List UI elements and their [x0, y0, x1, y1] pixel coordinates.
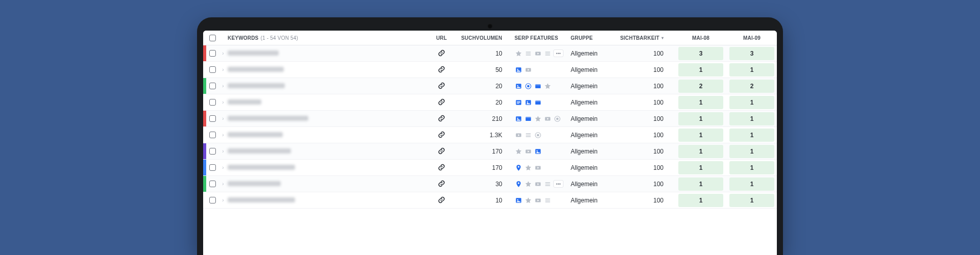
image-icon	[514, 196, 522, 204]
star-icon	[534, 115, 542, 122]
serp-features	[514, 164, 571, 171]
row-expand-caret[interactable]: ›	[218, 50, 228, 56]
url-link-icon[interactable]	[436, 195, 447, 205]
select-all-checkbox[interactable]	[209, 35, 216, 41]
row-expand-caret[interactable]: ›	[218, 197, 228, 203]
column-header-group[interactable]: GRUPPE	[571, 35, 612, 41]
target-icon	[553, 115, 561, 122]
row-expand-caret[interactable]: ›	[218, 67, 228, 72]
row-checkbox[interactable]	[209, 66, 216, 73]
rank-b-value: 2	[729, 80, 774, 93]
url-link-icon[interactable]	[436, 97, 447, 107]
visibility-value: 100	[612, 99, 676, 106]
serp-features	[514, 196, 571, 204]
column-header-features[interactable]: SERP FEATURES	[514, 35, 571, 41]
column-header-keywords-range: (1 - 54 VON 54)	[261, 35, 299, 41]
row-checkbox[interactable]	[209, 83, 216, 89]
chevron-down-icon: ▾	[662, 36, 664, 40]
row-checkbox[interactable]	[209, 181, 216, 187]
list-icon	[544, 196, 551, 204]
video-icon	[524, 66, 532, 73]
column-header-visibility[interactable]: SICHTBARKEIT ▾	[612, 35, 676, 41]
rank-a-value: 1	[678, 129, 723, 142]
video-icon	[534, 49, 542, 57]
visibility-value: 100	[612, 181, 676, 188]
image-icon	[514, 82, 522, 90]
laptop-bezel: KEYWORDS (1 - 54 VON 54) URL SUCHVOLUMEN…	[197, 17, 783, 255]
row-checkbox[interactable]	[209, 132, 216, 138]
row-expand-caret[interactable]: ›	[218, 148, 228, 154]
more-icon[interactable]: •••	[553, 49, 564, 57]
list-icon	[524, 49, 532, 57]
rank-b-value: 1	[729, 129, 774, 142]
table-row[interactable]: › 1.3K Allgemein 100 1 1	[203, 127, 777, 143]
local-icon	[514, 180, 522, 188]
url-link-icon[interactable]	[436, 178, 447, 189]
visibility-value: 100	[612, 83, 676, 90]
group-value: Allgemein	[571, 115, 612, 122]
url-link-icon[interactable]	[436, 113, 447, 123]
card-icon	[524, 115, 532, 122]
rank-a-value: 3	[678, 47, 723, 60]
column-header-keywords[interactable]: KEYWORDS (1 - 54 VON 54)	[228, 35, 428, 41]
group-value: Allgemein	[571, 66, 612, 73]
visibility-value: 100	[612, 50, 676, 57]
list-icon	[544, 49, 551, 57]
row-expand-caret[interactable]: ›	[218, 181, 228, 187]
row-checkbox[interactable]	[209, 164, 216, 171]
url-link-icon[interactable]	[436, 162, 447, 172]
video-icon	[534, 164, 542, 171]
row-expand-caret[interactable]: ›	[218, 83, 228, 89]
visibility-value: 100	[612, 148, 676, 155]
rank-b-value: 1	[729, 194, 774, 207]
visibility-value: 100	[612, 132, 676, 139]
keyword-text-blurred	[228, 50, 279, 56]
url-link-icon[interactable]	[436, 146, 447, 156]
visibility-value: 100	[612, 115, 676, 122]
row-expand-caret[interactable]: ›	[218, 165, 228, 170]
table-row[interactable]: › 170 Allgemein 100 1 1	[203, 143, 777, 160]
table-row[interactable]: › 50 Allgemein 100 1 1	[203, 62, 777, 78]
star-icon	[514, 49, 522, 57]
table-row[interactable]: › 210 Allgemein 100 1 1	[203, 111, 777, 127]
url-link-icon[interactable]	[436, 64, 447, 74]
url-link-icon[interactable]	[436, 130, 447, 140]
column-header-url[interactable]: URL	[428, 35, 455, 41]
table-row[interactable]: › 170 Allgemein 100 1 1	[203, 160, 777, 176]
serp-features	[514, 147, 571, 155]
row-checkbox[interactable]	[209, 115, 216, 122]
video-icon	[544, 115, 551, 122]
url-link-icon[interactable]	[436, 81, 447, 91]
url-link-icon[interactable]	[436, 48, 447, 58]
table-row[interactable]: › 20 Allgemein 100 1 1	[203, 94, 777, 111]
more-icon[interactable]: •••	[553, 180, 564, 188]
video-icon	[534, 196, 542, 204]
row-expand-caret[interactable]: ›	[218, 99, 228, 105]
search-volume-value: 20	[455, 83, 514, 90]
star-icon	[514, 147, 522, 155]
search-volume-value: 170	[455, 164, 514, 171]
row-checkbox[interactable]	[209, 99, 216, 106]
rank-b-value: 1	[729, 161, 774, 174]
search-volume-value: 30	[455, 181, 514, 188]
row-expand-caret[interactable]: ›	[218, 132, 228, 138]
keyword-text-blurred	[228, 132, 283, 137]
row-checkbox[interactable]	[209, 148, 216, 155]
camera-notch	[488, 24, 493, 29]
table-header: KEYWORDS (1 - 54 VON 54) URL SUCHVOLUMEN…	[203, 31, 777, 45]
keyword-text-blurred	[228, 67, 284, 72]
column-header-volume[interactable]: SUCHVOLUMEN	[455, 35, 514, 41]
visibility-value: 100	[612, 66, 676, 73]
table-row[interactable]: › 30 ••• Allgemein 100 1 1	[203, 176, 777, 192]
table-row[interactable]: › 10 Allgemein 100 1 1	[203, 192, 777, 209]
column-header-rank-a[interactable]: MAI-08	[676, 35, 726, 41]
search-volume-value: 170	[455, 148, 514, 155]
row-checkbox[interactable]	[209, 50, 216, 57]
column-header-rank-b[interactable]: MAI-09	[727, 35, 777, 41]
star-icon	[524, 164, 532, 171]
row-checkbox[interactable]	[209, 197, 216, 203]
table-row[interactable]: › 20 Allgemein 100 2 2	[203, 78, 777, 94]
table-row[interactable]: › 10 ••• Allgemein 100 3 3	[203, 45, 777, 62]
row-expand-caret[interactable]: ›	[218, 116, 228, 121]
target-icon	[524, 82, 532, 90]
